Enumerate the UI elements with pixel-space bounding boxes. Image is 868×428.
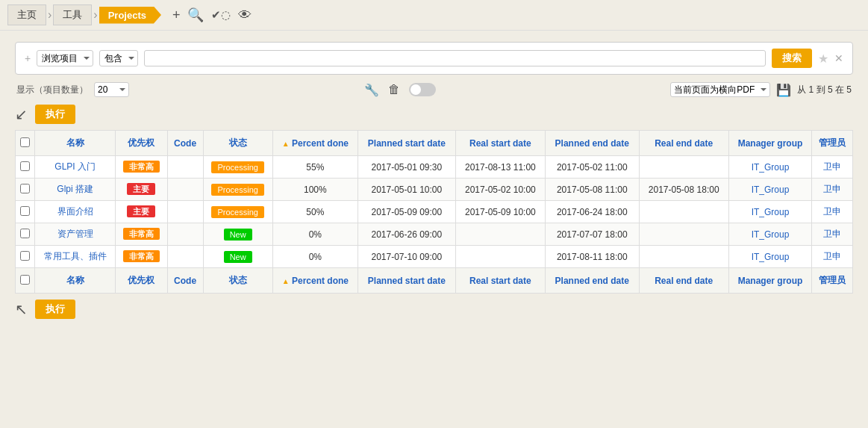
row-manager-group[interactable]: IT_Group — [728, 156, 811, 179]
row-code — [167, 179, 203, 201]
row-checkbox[interactable] — [20, 229, 30, 238]
footer-percent[interactable]: ▲ Percent done — [272, 268, 357, 294]
row-priority: 非常高 — [116, 223, 167, 246]
nav-icons: + 🔍 ✔◌ 👁 — [172, 7, 252, 23]
settings-icon[interactable]: 🔧 — [364, 83, 379, 97]
footer-planned-end[interactable]: Planned end date — [546, 268, 639, 294]
row-real-end — [639, 201, 728, 223]
row-manager-group[interactable]: IT_Group — [728, 223, 811, 246]
contains-select[interactable]: 包含 — [99, 50, 138, 66]
header-percent[interactable]: ▲ Percent done — [272, 131, 357, 156]
header-admin[interactable]: 管理员 — [812, 131, 853, 156]
row-name[interactable]: 常用工具、插件 — [35, 246, 116, 268]
row-admin[interactable]: 卫申 — [812, 201, 853, 223]
row-percent: 55% — [272, 156, 357, 179]
page-size-select[interactable]: 20 10 50 100 — [94, 82, 129, 97]
search-icon[interactable]: 🔍 — [187, 7, 204, 23]
delete-icon[interactable]: 🗑 — [388, 83, 400, 96]
row-name[interactable]: 界面介绍 — [35, 201, 116, 223]
row-real-start — [455, 223, 545, 246]
row-name[interactable]: Glpi 搭建 — [35, 179, 116, 201]
footer-status[interactable]: 状态 — [203, 268, 272, 294]
footer-select-all-checkbox[interactable] — [20, 275, 30, 285]
row-checkbox[interactable] — [20, 251, 30, 261]
table-row: Glpi 搭建主要Processing100%2017-05-01 10:002… — [16, 179, 853, 201]
row-real-start: 2017-08-13 11:00 — [455, 156, 545, 179]
header-manager-group[interactable]: Manager group — [728, 131, 811, 156]
row-checkbox-cell[interactable] — [16, 156, 35, 179]
row-code — [167, 201, 203, 223]
save-icon[interactable]: 💾 — [776, 83, 791, 97]
row-checkbox-cell[interactable] — [16, 223, 35, 246]
footer-manager-group[interactable]: Manager group — [728, 268, 811, 294]
main-content: + 浏览项目 包含 搜索 ★ ✕ 显示（项目数量） 20 10 50 100 🔧… — [0, 31, 868, 336]
row-planned-end: 2017-06-24 18:00 — [546, 201, 639, 223]
row-planned-end: 2017-08-11 18:00 — [546, 246, 639, 268]
row-planned-start: 2017-06-26 09:00 — [357, 223, 455, 246]
row-manager-group[interactable]: IT_Group — [728, 246, 811, 268]
footer-real-start[interactable]: Real start date — [455, 268, 545, 294]
row-checkbox-cell[interactable] — [16, 201, 35, 223]
header-planned-start[interactable]: Planned start date — [357, 131, 455, 156]
row-real-start: 2017-05-09 10:00 — [455, 201, 545, 223]
add-icon[interactable]: + — [172, 7, 181, 23]
header-real-start[interactable]: Real start date — [455, 131, 545, 156]
search-button[interactable]: 搜索 — [772, 49, 812, 68]
nav-projects[interactable]: Projects — [99, 7, 161, 24]
row-manager-group[interactable]: IT_Group — [728, 201, 811, 223]
table-row: 资产管理非常高New0%2017-06-26 09:002017-07-07 1… — [16, 223, 853, 246]
row-checkbox[interactable] — [20, 161, 30, 171]
favorite-icon[interactable]: ★ — [818, 52, 828, 66]
clear-search-icon[interactable]: ✕ — [834, 52, 843, 64]
row-checkbox[interactable] — [20, 184, 30, 193]
header-priority[interactable]: 优先权 — [116, 131, 167, 156]
toggle-switch[interactable] — [409, 83, 436, 96]
row-real-end — [639, 246, 728, 268]
search-add-icon[interactable]: + — [25, 52, 31, 64]
toolbar-middle: 🔧 🗑 — [364, 83, 436, 97]
row-admin[interactable]: 卫申 — [812, 156, 853, 179]
header-checkbox[interactable] — [16, 131, 35, 156]
header-code[interactable]: Code — [167, 131, 203, 156]
footer-admin[interactable]: 管理员 — [812, 268, 853, 294]
row-planned-end: 2017-05-08 11:00 — [546, 179, 639, 201]
header-real-end[interactable]: Real end date — [639, 131, 728, 156]
footer-checkbox[interactable] — [16, 268, 35, 294]
execute-bottom-button[interactable]: 执行 — [35, 300, 75, 319]
row-admin[interactable]: 卫申 — [812, 179, 853, 201]
row-checkbox-cell[interactable] — [16, 246, 35, 268]
toolbar-left: 显示（项目数量） 20 10 50 100 — [16, 82, 129, 97]
execute-arrow-bottom: ↖ — [15, 300, 28, 318]
search-input[interactable] — [144, 50, 766, 66]
checkmark-icon[interactable]: ✔◌ — [211, 8, 231, 22]
eye-icon[interactable]: 👁 — [238, 7, 252, 23]
row-manager-group[interactable]: IT_Group — [728, 179, 811, 201]
row-percent: 0% — [272, 246, 357, 268]
footer-code[interactable]: Code — [167, 268, 203, 294]
pdf-select[interactable]: 当前页面为横向PDF 当前页面为纵向PDF — [670, 82, 770, 97]
row-percent: 100% — [272, 179, 357, 201]
row-checkbox[interactable] — [20, 206, 30, 216]
header-status[interactable]: 状态 — [203, 131, 272, 156]
row-checkbox-cell[interactable] — [16, 179, 35, 201]
execute-top-button[interactable]: 执行 — [35, 105, 75, 124]
header-planned-end[interactable]: Planned end date — [546, 131, 639, 156]
row-name[interactable]: GLPI 入门 — [35, 156, 116, 179]
row-admin[interactable]: 卫申 — [812, 246, 853, 268]
navbar: 主页 › 工具 › Projects + 🔍 ✔◌ 👁 — [0, 0, 868, 31]
row-name[interactable]: 资产管理 — [35, 223, 116, 246]
row-admin[interactable]: 卫申 — [812, 223, 853, 246]
header-name[interactable]: 名称 — [35, 131, 116, 156]
nav-tools[interactable]: 工具 — [53, 4, 92, 25]
nav-separator-1: › — [48, 8, 51, 22]
footer-priority[interactable]: 优先权 — [116, 268, 167, 294]
footer-name[interactable]: 名称 — [35, 268, 116, 294]
select-all-checkbox[interactable] — [20, 137, 30, 147]
footer-planned-start[interactable]: Planned start date — [357, 268, 455, 294]
row-real-start — [455, 246, 545, 268]
browse-select[interactable]: 浏览项目 — [37, 50, 93, 66]
nav-home[interactable]: 主页 — [7, 4, 46, 25]
row-planned-end: 2017-07-07 18:00 — [546, 223, 639, 246]
footer-real-end[interactable]: Real end date — [639, 268, 728, 294]
row-priority: 非常高 — [116, 246, 167, 268]
